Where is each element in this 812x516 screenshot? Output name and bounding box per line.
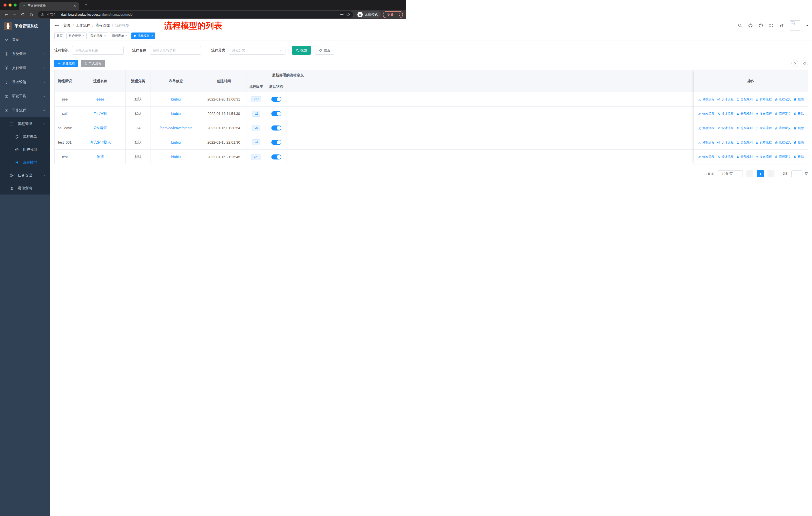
column-header-active: 激活状态 [266, 81, 286, 92]
sidebar-item-infra[interactable]: 基础设施 [0, 75, 50, 89]
form-link[interactable]: biubiu [171, 140, 180, 144]
sidebar-logo[interactable]: 芋道管理系统 [0, 19, 50, 33]
tab-my-process[interactable]: 我的流程 × [88, 32, 108, 39]
cell-key: eee [55, 92, 75, 106]
window-controls[interactable] [3, 3, 17, 6]
name-input[interactable] [150, 46, 201, 55]
browser-tab[interactable]: 芋道管理系统 ✕ [19, 2, 79, 10]
cell-category: 默认 [125, 107, 151, 121]
cell-active [266, 135, 286, 150]
version-badge[interactable]: v2 [252, 111, 261, 117]
divider [59, 12, 59, 17]
create-process-button[interactable]: 新建流程 [54, 60, 78, 67]
breadcrumb-item[interactable]: 首页 [63, 23, 70, 28]
sidebar-item-workflow[interactable]: 工作流程 [0, 103, 50, 117]
not-secure-icon [41, 13, 44, 17]
tab-home[interactable]: 首页 [54, 32, 65, 39]
active-toggle[interactable] [271, 97, 282, 102]
sidebar-item-label: 工作流程 [12, 108, 26, 113]
sidebar-collapse-icon[interactable] [54, 23, 59, 28]
navbar: 首页/工作流程/流程管理/流程模型 流程模型的列表 [50, 19, 406, 32]
sidebar-item-devtools[interactable]: 研发工具 [0, 89, 50, 103]
sidebar-item-task-mgmt[interactable]: 任务管理 [0, 169, 50, 182]
close-icon[interactable]: × [83, 34, 84, 37]
process-name-link[interactable]: 自己审批 [93, 111, 108, 116]
tab-close-icon[interactable]: ✕ [73, 4, 76, 8]
process-name-link[interactable]: 测试多审批人 [90, 140, 111, 145]
reset-button[interactable]: 重置 [315, 46, 334, 55]
column-header-key: 流程标识 [55, 70, 75, 92]
form-link[interactable]: biubiu [171, 112, 180, 116]
version-badge[interactable]: v17 [251, 96, 261, 102]
tab-process-form[interactable]: 流程表单 × [110, 32, 130, 39]
home-button[interactable] [28, 11, 34, 18]
cell-name: eeee [75, 92, 125, 106]
process-name-link[interactable]: 滔博 [97, 155, 104, 159]
sidebar-item-system[interactable]: 系统管理 [0, 47, 50, 61]
tab-tenant[interactable]: 租户管理 × [66, 32, 87, 39]
close-icon[interactable]: × [151, 34, 153, 37]
breadcrumb-item[interactable]: 工作流程 [76, 23, 90, 28]
active-toggle[interactable] [271, 111, 282, 116]
sidebar-item-home[interactable]: 首页 [0, 33, 50, 47]
process-name-link[interactable]: OA 请假 [94, 126, 107, 130]
table-row: test_001 测试多审批人 默认 biubiu 2022-01-15 22:… [55, 135, 406, 150]
import-process-button[interactable]: 导入流程 [81, 60, 105, 67]
window-zoom-button[interactable] [13, 3, 17, 6]
sidebar-item-process-model[interactable]: 流程模型 [0, 156, 50, 169]
chevron-up-icon [43, 123, 46, 125]
close-icon[interactable]: × [126, 34, 127, 37]
chevron-down-icon [43, 67, 46, 70]
sidebar-item-label: 支付管理 [12, 66, 26, 70]
window-minimize-button[interactable] [8, 3, 11, 6]
cell-version: v17 [246, 92, 266, 106]
forward-button[interactable] [11, 11, 18, 18]
active-toggle[interactable] [271, 155, 282, 160]
tab-process-model[interactable]: 流程模型 × [132, 32, 155, 39]
address-bar[interactable]: 不安全 dashboard.yudao.iocoder.cn/bpm/manag… [38, 11, 353, 18]
cell-created: 2022-01-15 21:25:45 [201, 150, 246, 164]
sidebar-item-process-form[interactable]: 流程表单 [0, 130, 50, 143]
chevron-down-icon [43, 81, 46, 84]
process-name-link[interactable]: eeee [96, 97, 104, 101]
version-badge[interactable]: v4 [252, 139, 261, 145]
column-group-header-deployment: 最新部署的流程定义 [246, 70, 329, 81]
window-close-button[interactable] [3, 3, 6, 6]
cell-created: 2022-01-15 22:01:30 [201, 135, 246, 150]
cell-created: 2022-01-16 01:30:54 [201, 121, 246, 135]
browser-update-button[interactable]: 更新 [383, 11, 403, 18]
cell-key: test [55, 150, 75, 164]
form-link[interactable]: biubiu [171, 97, 180, 101]
password-key-icon[interactable] [340, 12, 344, 17]
bookmark-star-icon[interactable] [346, 12, 350, 17]
active-toggle[interactable] [271, 140, 282, 145]
key-input[interactable] [72, 46, 123, 55]
cell-name: 滔博 [75, 150, 125, 164]
sidebar-item-payment[interactable]: 支付管理 [0, 61, 50, 75]
breadcrumb-separator: / [112, 23, 113, 27]
cell-active [266, 150, 286, 164]
chevron-down-icon [43, 53, 46, 55]
back-button[interactable] [3, 11, 9, 18]
category-select[interactable]: 流程分类 [229, 46, 285, 55]
new-tab-button[interactable]: + [83, 2, 89, 8]
active-toggle[interactable] [271, 126, 282, 131]
sidebar-item-user-group[interactable]: 用户分组 [0, 143, 50, 156]
browser-tabstrip: 芋道管理系统 ✕ + [0, 0, 406, 10]
version-badge[interactable]: v5 [252, 125, 261, 131]
cell-category: 默认 [125, 150, 151, 164]
version-badge[interactable]: v21 [251, 154, 261, 160]
table-row: oa_leave OA 请假 OA /bpm/oa/leave/create 2… [55, 121, 406, 135]
sidebar-item-label: 研发工具 [12, 94, 26, 99]
cell-version: v5 [246, 121, 266, 135]
sidebar-item-leave-query[interactable]: 请假查询 [0, 182, 50, 194]
sidebar-item-process-mgmt[interactable]: 流程管理 [0, 117, 50, 130]
breadcrumb-separator: / [92, 23, 93, 27]
form-link[interactable]: biubiu [171, 155, 180, 159]
form-link[interactable]: /bpm/oa/leave/create [160, 126, 193, 130]
close-icon[interactable]: × [104, 34, 106, 37]
browser-menu-icon[interactable] [397, 12, 400, 17]
search-button[interactable]: 搜索 [292, 46, 311, 55]
reload-button[interactable] [20, 11, 26, 18]
breadcrumb-item[interactable]: 流程管理 [96, 23, 110, 28]
